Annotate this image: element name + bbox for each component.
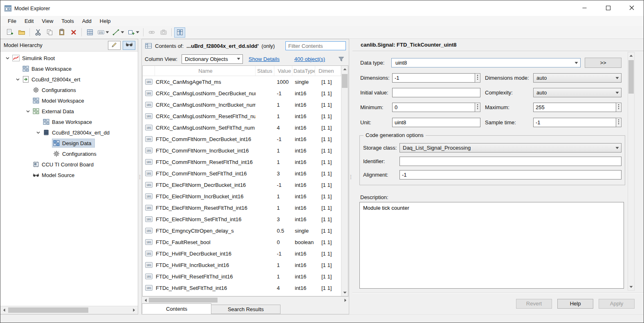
column-header-dimen[interactable]: Dimen	[315, 66, 341, 76]
table-row[interactable]: 101FTDc_HvilFlt_SetFltThd_int164int16[1 …	[143, 282, 341, 294]
tree-item-configurations[interactable]: Configurations	[0, 148, 138, 159]
data-type-assistant-button[interactable]: >>	[585, 58, 622, 68]
scroll-left-icon[interactable]	[0, 306, 8, 314]
tab-search-results[interactable]: Search Results	[211, 305, 280, 314]
show-details-link[interactable]: Show Details	[249, 56, 280, 62]
paste-button[interactable]	[56, 27, 67, 38]
dimensions-mode-dropdown[interactable]: auto	[533, 73, 622, 83]
tree-item-ccubrd-f28004x-ert[interactable]: CcuBrd_f28004x_ert	[0, 74, 138, 85]
table-row[interactable]: 101CRXc_CanMsgAgeThd_ms1000single[1 1]	[143, 76, 341, 87]
tree-item-ccu-ti-control-board[interactable]: CCU TI Control Board	[0, 159, 138, 170]
table-row[interactable]: 101CRXc_CanMsgLostNorm_SetFltThd_num4int…	[143, 122, 341, 133]
minimize-button[interactable]	[572, 0, 596, 16]
minimum-spinner[interactable]	[475, 103, 480, 112]
scroll-down-icon[interactable]	[341, 289, 348, 296]
storage-class-dropdown[interactable]: Daq_List_Signal_Processing	[399, 143, 622, 153]
table-row[interactable]: 101FTDc_ElecFltNorm_DecrBucket_int16-1in…	[143, 179, 341, 191]
delete-button[interactable]	[68, 27, 79, 38]
column-view-dropdown[interactable]: Dictionary Objects	[182, 54, 243, 64]
open-folder-button[interactable]	[16, 27, 27, 38]
tree-item-simulink-root[interactable]: Simulink Root	[0, 53, 138, 63]
alignment-input[interactable]	[399, 170, 622, 179]
scroll-thumb[interactable]	[149, 298, 218, 303]
scroll-right-icon[interactable]	[342, 297, 349, 303]
menu-edit[interactable]: Edit	[20, 17, 38, 25]
hierarchy-hscrollbar[interactable]	[0, 306, 138, 314]
dropdown-arrow-icon[interactable]	[121, 31, 124, 34]
table-row[interactable]: 101CRXc_CanMsgLostNorm_DecrBucket_num-1i…	[143, 87, 341, 99]
copy-button[interactable]	[44, 27, 55, 38]
scroll-down-icon[interactable]	[628, 284, 634, 290]
tree-item-design-data[interactable]: Design Data	[0, 138, 138, 148]
new-subgroup-button[interactable]	[126, 27, 141, 38]
scroll-up-icon[interactable]	[628, 52, 634, 59]
initial-value-input[interactable]	[392, 88, 480, 97]
column-header-datatype[interactable]: DataType	[292, 66, 315, 76]
table-row[interactable]: 101FTDc_ElecFltNorm_ResetFltThd_int161in…	[143, 202, 341, 213]
table-row[interactable]: 101CRXc_CanMsgLostNorm_IncrBucket_num1in…	[143, 99, 341, 110]
menu-file[interactable]: File	[4, 17, 20, 25]
highlight-button[interactable]	[123, 41, 135, 50]
dialog-vscrollbar[interactable]	[628, 52, 635, 291]
table-row[interactable]: 101FTDc_EmgncyCttrOpen_delay_s0.5single[…	[143, 225, 341, 236]
scroll-thumb[interactable]	[628, 60, 634, 94]
left-splitter[interactable]: ⋮	[138, 39, 141, 314]
description-textarea[interactable]: Module tick counter	[359, 202, 624, 289]
object-count-link[interactable]: 400 object(s)	[294, 56, 325, 62]
sample-time-spinner[interactable]	[616, 118, 622, 127]
table-row[interactable]: 101FTDc_ElecFltNorm_IncrBucket_int161int…	[143, 191, 341, 202]
cut-button[interactable]	[32, 27, 43, 38]
scroll-thumb[interactable]	[8, 307, 88, 313]
menu-add[interactable]: Add	[78, 17, 96, 25]
chevron-down-icon[interactable]	[14, 77, 21, 82]
snapshot-button[interactable]	[158, 27, 169, 38]
tree-item-base-workspace[interactable]: Base Workspace	[0, 117, 138, 127]
data-type-input[interactable]	[395, 59, 572, 66]
tree-item-external-data[interactable]: External Data	[0, 106, 138, 117]
data-object-button[interactable]: 101	[96, 27, 110, 38]
add-item-button[interactable]	[4, 27, 15, 38]
maximize-button[interactable]	[596, 0, 620, 16]
apply-button[interactable]: Apply	[599, 299, 635, 309]
minimum-input[interactable]	[392, 103, 475, 112]
column-view-button[interactable]	[174, 27, 185, 38]
data-type-combobox[interactable]	[391, 58, 581, 67]
table-row[interactable]: 101FTDc_CommFltNorm_DecrBucket_int16-1in…	[143, 133, 341, 145]
edit-hierarchy-button[interactable]	[108, 41, 121, 50]
table-row[interactable]: 101CRXc_CanMsgLostNorm_ResetFltThd_num1i…	[143, 110, 341, 122]
dropdown-arrow-icon[interactable]	[136, 31, 139, 34]
revert-button[interactable]: Revert	[516, 299, 552, 309]
column-header-status[interactable]: Status	[256, 66, 274, 76]
table-vscrollbar[interactable]	[341, 66, 348, 296]
maximum-input[interactable]	[533, 103, 616, 112]
table-row[interactable]: 101FTDc_HvilFlt_ResetFltThd_int161int16[…	[143, 271, 341, 282]
scroll-thumb[interactable]	[342, 74, 348, 88]
tree-item-model-workspace[interactable]: Model Workspace	[0, 95, 138, 106]
tree-item-model-source[interactable]: Model Source	[0, 170, 138, 180]
help-button[interactable]: Help	[557, 299, 593, 309]
menu-help[interactable]: Help	[96, 17, 115, 25]
menu-view[interactable]: View	[38, 17, 57, 25]
scroll-up-icon[interactable]	[341, 66, 348, 72]
scroll-right-icon[interactable]	[130, 306, 138, 314]
line-style-button[interactable]	[111, 27, 126, 38]
tree-item-ccubrd-f28004x-ert-dd[interactable]: CcuBrd_f28004x_ert_dd	[0, 127, 138, 138]
identifier-input[interactable]	[399, 157, 622, 166]
grid-button[interactable]	[84, 27, 95, 38]
table-row[interactable]: 101FTDc_HvilFlt_IncrBucket_int161int16[1…	[143, 259, 341, 271]
link-button[interactable]	[146, 27, 157, 38]
table-row[interactable]: 101FTDc_CommFltNorm_ResetFltThd_int161in…	[143, 156, 341, 168]
unit-input[interactable]	[392, 118, 480, 127]
filter-contents-input[interactable]	[285, 41, 346, 50]
table-row[interactable]: 101FTDc_CommFltNorm_IncrBucket_int161int…	[143, 145, 341, 156]
table-hscrollbar[interactable]	[142, 296, 349, 303]
tree-item-configurations[interactable]: Configurations	[0, 85, 138, 95]
chevron-down-icon[interactable]	[24, 109, 31, 114]
chevron-down-icon[interactable]	[4, 56, 11, 61]
column-header-value[interactable]: Value	[274, 66, 292, 76]
dimensions-input[interactable]	[392, 73, 475, 83]
close-button[interactable]	[620, 0, 644, 16]
right-splitter[interactable]: ⋮	[349, 39, 352, 314]
scroll-left-icon[interactable]	[142, 297, 149, 303]
tree-item-base-workspace[interactable]: Base Workspace	[0, 63, 138, 74]
